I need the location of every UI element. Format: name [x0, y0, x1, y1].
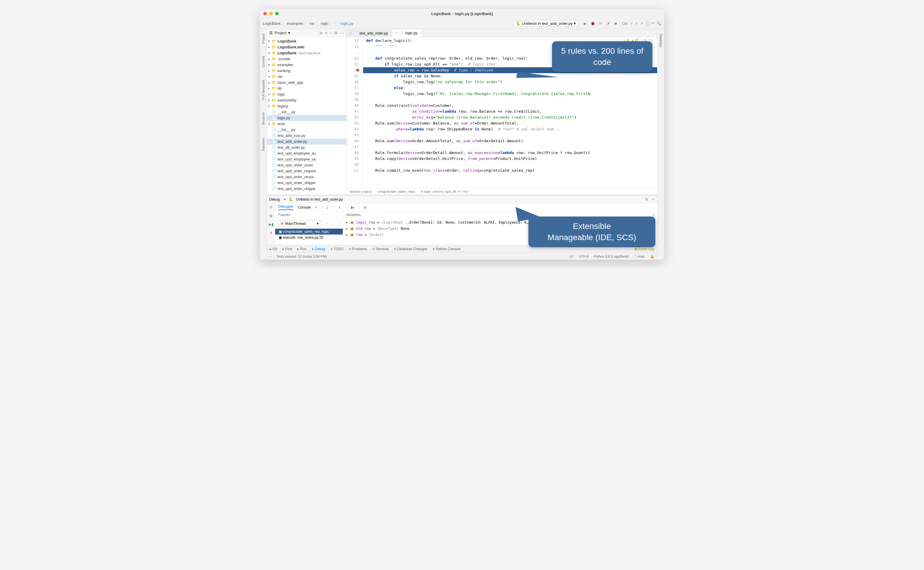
tree-node[interactable]: 📄__init__.py [267, 127, 346, 133]
console-tab[interactable]: Console [298, 205, 311, 210]
tree-node[interactable]: ▾📁logic [267, 92, 346, 97]
pause-icon[interactable]: ⏸ [269, 231, 273, 235]
debugger-tab[interactable]: Debugger [278, 204, 294, 210]
prev-frame-icon[interactable]: ↑ [324, 221, 330, 226]
stop-button[interactable]: ■ [614, 21, 618, 26]
vcs-push-icon[interactable]: ↗ [640, 21, 643, 26]
debug-config-label[interactable]: Unittests in test_add_order.py [296, 198, 343, 202]
hide-icon[interactable]: — [651, 198, 655, 202]
debug-button[interactable]: 🐞 [590, 21, 595, 26]
tree-node[interactable]: 📄test_add_order.py [267, 139, 346, 144]
tree-node[interactable]: 📄test_upd_order_require [267, 168, 346, 174]
run-configuration-selector[interactable]: 🐍 Unittests in test_add_order.py ▾ [513, 20, 579, 26]
tree-node[interactable]: ▸📁extensibility [267, 97, 346, 103]
tree-node[interactable]: ▸📁banking [267, 68, 346, 74]
breakpoint-icon[interactable] [356, 69, 359, 72]
tool-tab-project[interactable]: Project [261, 32, 266, 46]
tree-node[interactable]: ▸📁db [267, 86, 346, 92]
run-button[interactable]: ▶ [583, 21, 588, 26]
tree-node[interactable]: ▸📁legacy [267, 103, 346, 109]
tool-tab-commit[interactable]: Commit [261, 54, 266, 69]
git-branch[interactable]: ᚶ main [634, 254, 645, 258]
bottom-tab-database-changes[interactable]: ≡ Database Changes [394, 247, 427, 251]
vcs-commit-icon[interactable]: ✓ [635, 21, 638, 26]
next-frame-icon[interactable]: ↓ [330, 221, 336, 226]
hide-icon[interactable]: — [340, 31, 344, 35]
tree-node[interactable]: ▾📁nw [267, 74, 346, 80]
tool-tab-structure[interactable]: Structure [261, 110, 266, 127]
tree-node[interactable]: ▸📁basic_web_app [267, 80, 346, 86]
coverage-button[interactable]: ⟳ [598, 21, 603, 26]
encoding[interactable]: UTF-8 [579, 254, 589, 258]
tree-node[interactable]: ▾📁tests [267, 121, 346, 127]
tree-node[interactable]: 📄logic.py [267, 115, 346, 121]
tree-node[interactable]: ▸📁.vscode [267, 56, 346, 62]
lock-icon[interactable]: 🔒 [650, 254, 654, 259]
run-to-cursor-icon[interactable]: ▶| [351, 205, 355, 210]
stack-frame[interactable]: ▣ execute, row_event.py:25 [275, 234, 343, 241]
collapse-all-icon[interactable]: ÷ [330, 31, 332, 35]
tree-node[interactable]: 📄test_upd_order_reuse. [267, 174, 346, 180]
rerun-icon[interactable]: ⟳ [270, 205, 273, 210]
bottom-tab-todo[interactable]: ≡ TODO [330, 247, 344, 251]
stack-frame[interactable]: ▣ congratulate_sales_rep, logic [275, 229, 343, 234]
select-opened-file-icon[interactable]: ⊕ [319, 31, 323, 35]
step-over-icon[interactable]: ⤵ [326, 205, 328, 210]
frame-filter-icon[interactable]: ⋮ [335, 221, 343, 226]
step-into-my-icon[interactable]: ⇓ [338, 205, 341, 210]
bottom-tab-python-console[interactable]: ≡ Python Console [433, 247, 461, 251]
tree-node[interactable]: ▸📁LogicBank.wiki [267, 44, 346, 50]
threads-icon[interactable]: ≡ [315, 205, 317, 210]
bottom-tab-find[interactable]: ▸ Find [282, 247, 292, 251]
tool-tab-pull-requests[interactable]: Pull Requests [261, 78, 266, 101]
tree-node[interactable]: ▾📁LogicBank [267, 38, 346, 44]
thread-selector[interactable]: MainThread ▾ [278, 220, 321, 227]
profile-button[interactable]: ◔ [606, 21, 611, 26]
interpreter[interactable]: Python 3.8 (LogicBank) [594, 254, 629, 258]
revert-icon[interactable]: ↶ [652, 21, 655, 26]
event-log-tab[interactable]: ◉ Event Log [634, 247, 654, 251]
tree-node[interactable]: 📄test_upd_employee_au [267, 150, 346, 156]
minimize-window-button[interactable] [269, 12, 273, 15]
evaluate-icon[interactable]: ⊞ [364, 205, 367, 210]
vcs-update-icon[interactable]: ✓ [630, 21, 633, 26]
tests-status: Tests passed: 11 (today 2:06 PM) [276, 254, 327, 258]
bottom-tab-problems[interactable]: ≡ Problems [349, 247, 367, 251]
tool-window-quick-access-icon[interactable]: ▫ [270, 254, 271, 258]
expand-all-icon[interactable]: ≡ [325, 31, 327, 35]
resume-icon[interactable]: ▶▮ [269, 222, 274, 227]
close-window-button[interactable] [263, 12, 267, 15]
tool-tab-database[interactable]: Database [658, 32, 663, 49]
tree-node[interactable]: 📄test_add_cust.py [267, 133, 346, 139]
settings-icon[interactable]: ⚙ [334, 31, 338, 35]
tree-node[interactable]: 📄__init__.py [267, 109, 346, 115]
breadcrumb[interactable]: LogicBank〉examples〉nw〉logic〉📄 logic.py [263, 21, 353, 26]
modify-run-icon[interactable]: ⚙ [269, 214, 273, 218]
tree-node[interactable]: 📄test_upd_order_shippe [267, 186, 346, 192]
project-tree[interactable]: ▾📁LogicBank▸📁LogicBank.wiki▾📁LogicBank ~… [267, 37, 346, 193]
editor-tab[interactable]: ×📄logic.py [392, 29, 422, 37]
add-watch-icon[interactable]: + [650, 213, 657, 217]
tree-node[interactable]: ▾📁examples [267, 62, 346, 68]
tree-node[interactable]: 📄test_upd_employee_sa [267, 156, 346, 162]
line-ending[interactable]: LF [569, 254, 573, 258]
step-into-icon[interactable]: ↓ [332, 205, 334, 210]
tree-node[interactable]: 📄test_upd_order_custo [267, 162, 346, 168]
bottom-tab-run[interactable]: ▸ Run [297, 247, 306, 251]
editor-breadcrumbs[interactable]: declare_logic()〉congratulate_sales_rep()… [347, 188, 657, 195]
tree-node[interactable]: 📄test_upd_order_shippe [267, 180, 346, 186]
bottom-tab-git[interactable]: ▸ Git [270, 247, 277, 251]
maximize-window-button[interactable] [275, 12, 279, 15]
bottom-tab-debug[interactable]: ▸ Debug [312, 247, 325, 251]
search-everywhere-icon[interactable]: 🔍 [657, 21, 661, 26]
editor-tab[interactable]: ×📄test_add_order.py [347, 30, 392, 37]
tool-tab-favorites[interactable]: Favorites [261, 136, 266, 153]
step-out-icon[interactable]: ↑ [345, 205, 347, 210]
gear-icon[interactable]: ⚙ [645, 198, 648, 202]
tree-node[interactable]: ▾📁LogicBank ~/dev/LogicBank [267, 50, 346, 56]
bottom-tab-terminal[interactable]: ≡ Terminal [372, 247, 388, 251]
editor-gutter[interactable]: 1213…32333435363738394041424344454647484… [347, 37, 363, 188]
tree-node[interactable]: 📄test_dlt_order.py [267, 144, 346, 150]
history-icon[interactable]: 🕘 [645, 21, 650, 26]
chevron-down-icon[interactable]: ▾ [288, 31, 290, 35]
